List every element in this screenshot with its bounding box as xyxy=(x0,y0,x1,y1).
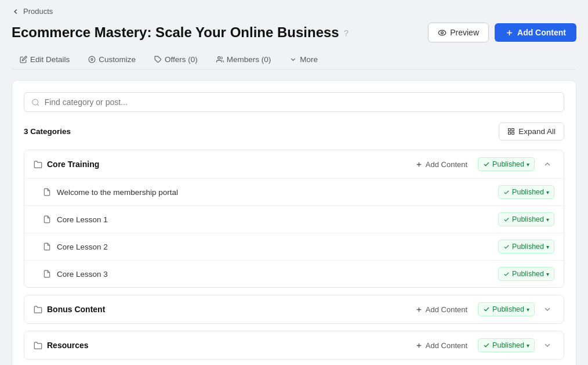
folder-icon xyxy=(34,341,42,350)
section-actions-resources: Add Content Published ▾ xyxy=(411,338,554,352)
check-icon xyxy=(503,271,510,277)
plus-small-icon xyxy=(415,306,423,313)
tab-offers-label: Offers (0) xyxy=(165,55,198,64)
pencil-icon xyxy=(20,56,27,63)
page-title-wrap: Ecommerce Mastery: Scale Your Online Bus… xyxy=(12,24,349,41)
lesson-status-chevron: ▾ xyxy=(546,189,549,196)
preview-label: Preview xyxy=(450,28,479,37)
header-row: Ecommerce Mastery: Scale Your Online Bus… xyxy=(12,23,576,42)
section-core-training: Core Training Add Content Published xyxy=(24,150,564,288)
search-input[interactable] xyxy=(45,97,557,107)
folder-icon xyxy=(34,305,42,314)
tab-more-label: More xyxy=(300,55,318,64)
lesson-row: Core Lesson 1 Published ▾ xyxy=(24,205,564,233)
brush-icon xyxy=(88,56,96,63)
status-badge-resources[interactable]: Published ▾ xyxy=(478,338,535,352)
lesson-row: Core Lesson 3 Published ▾ xyxy=(24,260,564,287)
tab-customize[interactable]: Customize xyxy=(80,50,144,70)
svg-rect-6 xyxy=(509,129,511,131)
tab-edit-details[interactable]: Edit Details xyxy=(12,50,78,70)
expand-icon xyxy=(507,128,515,135)
section-title-core-training: Core Training xyxy=(34,160,405,169)
tab-members[interactable]: Members (0) xyxy=(208,50,280,70)
lesson-title[interactable]: Welcome to the membership portal xyxy=(57,188,492,197)
tab-members-label: Members (0) xyxy=(227,55,271,64)
preview-button[interactable]: Preview xyxy=(428,23,489,42)
tab-more[interactable]: More xyxy=(281,50,326,70)
add-content-resources[interactable]: Add Content xyxy=(411,339,472,352)
lesson-status-chevron: ▾ xyxy=(546,216,549,223)
doc-icon xyxy=(43,188,51,196)
check-icon xyxy=(503,189,510,196)
svg-point-0 xyxy=(438,30,446,35)
svg-point-1 xyxy=(441,31,444,34)
section-title-resources: Resources xyxy=(34,341,405,350)
lesson-status-badge[interactable]: Published ▾ xyxy=(498,212,554,226)
lesson-status-badge[interactable]: Published ▾ xyxy=(498,267,554,281)
categories-count: 3 Categories xyxy=(24,127,71,136)
section-header-core-training: Core Training Add Content Published xyxy=(24,150,564,178)
add-content-button[interactable]: Add Content xyxy=(495,23,576,42)
svg-rect-7 xyxy=(512,129,514,131)
categories-header: 3 Categories Expand All xyxy=(24,122,564,140)
lesson-title[interactable]: Core Lesson 1 xyxy=(57,215,492,224)
categories-number: 3 xyxy=(24,127,28,136)
status-badge-bonus-content[interactable]: Published ▾ xyxy=(478,302,535,316)
check-icon xyxy=(503,244,510,250)
expand-all-label: Expand All xyxy=(518,127,556,136)
breadcrumb-link[interactable]: Products xyxy=(23,7,53,16)
tab-offers[interactable]: Offers (0) xyxy=(146,50,206,70)
collapse-button-core-training[interactable] xyxy=(540,158,554,170)
breadcrumb: Products xyxy=(12,7,576,16)
status-badge-core-training[interactable]: Published ▾ xyxy=(478,157,535,171)
lesson-status-badge[interactable]: Published ▾ xyxy=(498,185,554,199)
expand-button-resources[interactable] xyxy=(540,339,554,351)
section-actions-bonus-content: Add Content Published ▾ xyxy=(411,302,554,316)
section-header-bonus-content: Bonus Content Add Content Published xyxy=(24,295,564,323)
status-chevron: ▾ xyxy=(527,161,529,168)
help-icon[interactable]: ? xyxy=(344,28,349,38)
content-card: 3 Categories Expand All Core Training xyxy=(12,80,576,365)
svg-point-5 xyxy=(32,99,38,105)
search-bar xyxy=(24,92,564,112)
doc-icon xyxy=(43,243,51,251)
eye-icon xyxy=(438,28,447,37)
check-icon xyxy=(483,342,490,349)
expand-all-button[interactable]: Expand All xyxy=(499,122,564,140)
chevron-down-icon xyxy=(543,305,552,314)
plus-small-icon xyxy=(415,161,423,168)
tag-icon xyxy=(154,56,162,63)
status-chevron: ▾ xyxy=(527,342,529,349)
expand-button-bonus-content[interactable] xyxy=(540,303,554,315)
lesson-title[interactable]: Core Lesson 2 xyxy=(57,243,492,251)
plus-icon xyxy=(505,28,514,37)
svg-rect-8 xyxy=(512,132,514,135)
lesson-status-chevron: ▾ xyxy=(546,244,549,250)
svg-point-2 xyxy=(91,59,93,60)
add-content-core-training[interactable]: Add Content xyxy=(411,158,472,171)
section-title-bonus-content: Bonus Content xyxy=(34,305,405,314)
lesson-status-badge[interactable]: Published ▾ xyxy=(498,240,554,254)
tab-edit-details-label: Edit Details xyxy=(30,55,70,64)
status-chevron: ▾ xyxy=(527,306,529,313)
page-title: Ecommerce Mastery: Scale Your Online Bus… xyxy=(12,24,339,41)
folder-icon xyxy=(34,160,42,169)
section-resources: Resources Add Content Published xyxy=(24,331,564,360)
categories-label: Categories xyxy=(30,127,71,136)
lesson-status-chevron: ▾ xyxy=(546,271,549,277)
add-content-bonus-content[interactable]: Add Content xyxy=(411,303,472,316)
header-actions: Preview Add Content xyxy=(428,23,576,42)
nav-tabs: Edit Details Customize Offers (0) Member… xyxy=(12,50,576,70)
plus-small-icon xyxy=(415,342,423,349)
chevron-down-icon xyxy=(289,56,297,63)
check-icon xyxy=(503,216,510,223)
chevron-down-icon xyxy=(543,341,552,350)
add-content-label: Add Content xyxy=(517,28,566,37)
lesson-row: Welcome to the membership portal Publish… xyxy=(24,178,564,205)
people-icon xyxy=(216,56,224,63)
lesson-title[interactable]: Core Lesson 3 xyxy=(57,270,492,279)
section-bonus-content: Bonus Content Add Content Published xyxy=(24,295,564,324)
svg-point-4 xyxy=(218,57,220,59)
chevron-up-icon xyxy=(543,160,552,169)
search-icon xyxy=(31,98,40,107)
